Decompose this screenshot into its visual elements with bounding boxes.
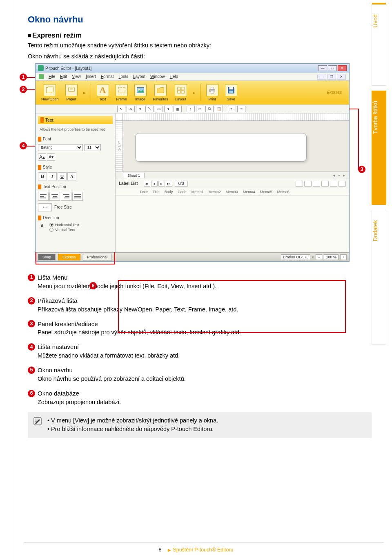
- sort-asc-icon[interactable]: [313, 181, 320, 187]
- line-tool[interactable]: ＼: [145, 106, 154, 112]
- doc-window-buttons: — ❐ ✕: [317, 74, 346, 80]
- font-size-select[interactable]: 11: [85, 144, 101, 151]
- tb-newopen[interactable]: New/Open: [40, 83, 60, 102]
- canvas-area: 1-1/7" Sheet 1 ◂▪▸ Label List ⏮ ◂ ▸ ⏭: [116, 113, 349, 252]
- menu-window[interactable]: Window: [150, 74, 165, 79]
- tb-frame[interactable]: Frame: [114, 83, 129, 102]
- dropdown-icon[interactable]: ▾: [164, 106, 172, 112]
- tb-image[interactable]: Image: [133, 83, 148, 102]
- bold-button[interactable]: B: [38, 172, 47, 180]
- align-left-button[interactable]: [38, 192, 49, 201]
- legend-1-title: Lišta Menu: [38, 273, 67, 282]
- effects-button[interactable]: A: [67, 172, 76, 180]
- undo-icon[interactable]: ↶: [228, 106, 236, 112]
- grid-tool[interactable]: ▦: [174, 106, 182, 112]
- db-field[interactable]: Memo5: [260, 190, 272, 194]
- font-smaller-button[interactable]: A▾: [47, 153, 55, 161]
- font-label: Font: [43, 137, 51, 141]
- doc-close-button[interactable]: ✕: [337, 74, 346, 80]
- menu-format[interactable]: Format: [101, 74, 114, 79]
- dropdown-icon[interactable]: ▾: [136, 106, 144, 112]
- view-grid-icon[interactable]: [339, 181, 346, 187]
- font-family-select[interactable]: Batang: [38, 144, 83, 151]
- legend-6-title: Okno databáze: [38, 389, 79, 398]
- tb-save[interactable]: Save: [223, 83, 239, 102]
- next-icon[interactable]: ▸: [158, 181, 165, 187]
- sort-desc-icon[interactable]: [321, 181, 329, 187]
- svg-point-7: [138, 89, 140, 90]
- tb-paper[interactable]: Paper: [64, 83, 79, 102]
- copy-icon[interactable]: ⧉: [205, 106, 214, 112]
- tb-layout[interactable]: Layout: [173, 83, 189, 102]
- chevron-icon[interactable]: ▸: [192, 90, 196, 96]
- cursor-tool[interactable]: ↖: [117, 106, 125, 112]
- menu-insert[interactable]: Insert: [86, 74, 96, 79]
- align-center-button[interactable]: [49, 192, 60, 201]
- printer-select[interactable]: Brother QL-570: [281, 254, 310, 260]
- font-bigger-button[interactable]: A▴: [38, 153, 46, 161]
- side-tab-uvod[interactable]: Úvod: [372, 4, 386, 86]
- minimize-button[interactable]: —: [318, 65, 327, 71]
- menu-layout[interactable]: Layout: [133, 74, 145, 79]
- db-field[interactable]: Memo2: [209, 190, 221, 194]
- note-line-2: Pro bližší informace nahlédněte do nápov…: [47, 425, 366, 434]
- doc-restore-button[interactable]: ❐: [327, 74, 336, 80]
- first-icon[interactable]: ⏮: [144, 181, 150, 187]
- zoom-value[interactable]: 100 %: [324, 254, 339, 260]
- filter-icon[interactable]: [304, 181, 312, 187]
- close-button[interactable]: ✕: [338, 65, 347, 71]
- db-field[interactable]: Memo6: [277, 190, 290, 194]
- menu-file[interactable]: File: [49, 74, 55, 79]
- redo-icon[interactable]: ↷: [237, 106, 245, 112]
- doc-minimize-button[interactable]: —: [317, 74, 326, 80]
- design-canvas[interactable]: [123, 121, 349, 171]
- chevron-icon[interactable]: ▸: [82, 90, 87, 96]
- menu-tools[interactable]: Tools: [119, 74, 128, 79]
- italic-button[interactable]: I: [48, 172, 57, 180]
- database-panel[interactable]: [116, 195, 349, 252]
- prev-icon[interactable]: ◂: [151, 181, 158, 187]
- vertical-text-radio[interactable]: Vertical Text: [49, 228, 79, 232]
- db-field[interactable]: Memo3: [226, 190, 238, 194]
- maximize-button[interactable]: ▭: [328, 65, 337, 71]
- menu-edit[interactable]: Edit: [60, 74, 67, 79]
- scroll-right-icon[interactable]: ▸: [343, 173, 345, 178]
- horizontal-text-radio[interactable]: Horizontal Text: [49, 223, 79, 227]
- cut-icon[interactable]: ✂: [196, 106, 204, 112]
- tb-text[interactable]: AText: [95, 83, 111, 102]
- align-right-button[interactable]: [61, 192, 71, 201]
- callout-4: 4: [20, 142, 27, 149]
- tb-favorites[interactable]: Favorites: [151, 83, 170, 102]
- zoom-out-button[interactable]: −: [316, 254, 322, 260]
- scroll-left-icon[interactable]: ◂: [333, 173, 335, 178]
- tb-print[interactable]: Print: [205, 83, 220, 102]
- zoom-in-button[interactable]: +: [340, 254, 347, 260]
- text-tool[interactable]: A: [127, 106, 135, 112]
- last-icon[interactable]: ⏭: [166, 181, 172, 187]
- db-field[interactable]: Date: [140, 190, 148, 194]
- view-list-icon[interactable]: [330, 181, 337, 187]
- db-field[interactable]: Code: [178, 190, 187, 194]
- align-tool[interactable]: ↕: [187, 106, 195, 112]
- menu-view[interactable]: View: [72, 74, 81, 79]
- underline-button[interactable]: U: [58, 172, 67, 180]
- label-object[interactable]: [135, 133, 307, 162]
- page-subtitle: Expresní režim: [28, 31, 372, 40]
- record-counter: 0/0: [175, 181, 188, 187]
- callout-1: 1: [20, 73, 27, 81]
- callout-2: 2: [20, 86, 27, 93]
- side-tab-dodatek[interactable]: Dodatek: [372, 210, 386, 344]
- db-field[interactable]: Memo1: [192, 190, 204, 194]
- sheet-tab[interactable]: Sheet 1: [123, 173, 145, 178]
- paste-icon[interactable]: 📋: [215, 106, 223, 112]
- align-justify-button[interactable]: [72, 192, 83, 201]
- search-icon[interactable]: [296, 181, 303, 187]
- menu-help[interactable]: Help: [170, 74, 178, 79]
- size-preset-button[interactable]: ⟷: [38, 203, 52, 211]
- rect-tool[interactable]: ▭: [155, 106, 163, 112]
- db-field[interactable]: Title: [153, 190, 160, 194]
- scroll-thumb[interactable]: ▪: [338, 173, 340, 178]
- side-tab-tvorba[interactable]: Tvorba štítků: [372, 91, 386, 205]
- db-field[interactable]: Body: [165, 190, 173, 194]
- db-field[interactable]: Memo4: [243, 190, 255, 194]
